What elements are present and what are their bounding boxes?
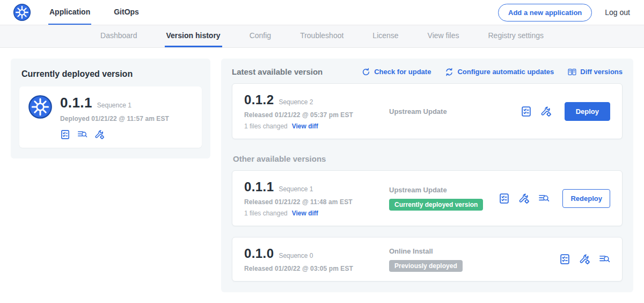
subtab-view-files-label: View files bbox=[428, 31, 459, 40]
deploy-logs-icon[interactable] bbox=[77, 129, 87, 140]
subtab-version-history[interactable]: Version history bbox=[165, 25, 222, 47]
deploy-logs-icon[interactable] bbox=[538, 193, 550, 204]
version-info: 0.1.1 Sequence 1 Released 01/21/22 @ 11:… bbox=[244, 179, 383, 217]
sequence-label: Sequence 2 bbox=[279, 98, 313, 106]
deployed-actions bbox=[60, 129, 169, 140]
released-timestamp: Released 01/21/22 @ 11:48 am EST bbox=[244, 198, 383, 206]
version-source-block: Upstream Update bbox=[383, 107, 521, 116]
version-row-latest: 0.1.2 Sequence 2 Released 01/21/22 @ 05:… bbox=[232, 83, 623, 139]
status-badge-previously-deployed: Previously deployed bbox=[389, 260, 463, 272]
subtab-license[interactable]: License bbox=[371, 25, 400, 47]
edit-config-icon[interactable] bbox=[579, 254, 590, 265]
version-info: 0.1.0 Sequence 0 Released 01/20/22 @ 03:… bbox=[244, 246, 383, 272]
version-line: 0.1.2 Sequence 2 bbox=[244, 92, 383, 107]
sequence-label: Sequence 1 bbox=[279, 185, 313, 193]
redeploy-button[interactable]: Redeploy bbox=[562, 189, 610, 208]
subtab-view-files[interactable]: View files bbox=[426, 25, 461, 47]
subtab-troubleshoot[interactable]: Troubleshoot bbox=[298, 25, 345, 47]
subtab-troubleshoot-label: Troubleshoot bbox=[300, 31, 343, 40]
files-changed-label: 1 files changed bbox=[244, 210, 288, 217]
deploy-button[interactable]: Deploy bbox=[565, 102, 610, 121]
deploy-logs-icon[interactable] bbox=[599, 254, 610, 265]
top-nav: Application GitOps bbox=[48, 0, 162, 25]
subtab-registry-settings-label: Registry settings bbox=[488, 31, 544, 40]
currently-deployed-panel: Currently deployed version 0.1.1 bbox=[11, 59, 210, 158]
logout-link[interactable]: Log out bbox=[605, 8, 630, 17]
configure-automatic-updates-label: Configure automatic updates bbox=[457, 68, 554, 76]
diff-versions-label: Diff versions bbox=[580, 68, 623, 76]
deployed-version-card: 0.1.1 Sequence 1 Deployed 01/21/22 @ 11:… bbox=[19, 86, 202, 148]
files-changed-line: 1 files changed View diff bbox=[244, 210, 383, 217]
deployed-sequence-label: Sequence 1 bbox=[97, 102, 131, 109]
preflight-checks-icon[interactable] bbox=[60, 129, 70, 140]
tab-gitops[interactable]: GitOps bbox=[113, 0, 140, 25]
configure-automatic-updates-link[interactable]: Configure automatic updates bbox=[445, 68, 554, 76]
version-source-block: Online Install Previously deployed bbox=[383, 247, 559, 272]
version-line: 0.1.1 Sequence 1 bbox=[244, 179, 383, 194]
version-row-deployed: 0.1.1 Sequence 1 Released 01/21/22 @ 11:… bbox=[232, 170, 623, 226]
version-number: 0.1.0 bbox=[244, 246, 274, 261]
deployed-timestamp: Deployed 01/21/22 @ 11:57 am EST bbox=[60, 115, 169, 122]
sequence-label: Sequence 0 bbox=[279, 252, 313, 259]
check-for-update-link[interactable]: Check for update bbox=[362, 68, 431, 76]
preflight-checks-icon[interactable] bbox=[559, 254, 570, 265]
version-header-actions: Check for update Configure automatic upd… bbox=[362, 68, 623, 76]
version-history-panel: Latest available version Check for updat… bbox=[221, 59, 633, 292]
subtab-dashboard[interactable]: Dashboard bbox=[99, 25, 139, 47]
version-row-previous: 0.1.0 Sequence 0 Released 01/20/22 @ 03:… bbox=[232, 237, 623, 282]
deployed-version-info: 0.1.1 Sequence 1 Deployed 01/21/22 @ 11:… bbox=[60, 95, 169, 140]
preflight-checks-icon[interactable] bbox=[521, 106, 532, 117]
deployed-panel-title: Currently deployed version bbox=[21, 69, 202, 79]
edit-config-icon[interactable] bbox=[518, 193, 530, 204]
tab-application-label: Application bbox=[49, 8, 90, 16]
subtab-license-label: License bbox=[372, 31, 398, 40]
version-source: Upstream Update bbox=[389, 107, 521, 116]
status-badge-currently-deployed: Currently deployed version bbox=[389, 199, 483, 211]
refresh-icon bbox=[362, 68, 370, 76]
subtab-config-label: Config bbox=[250, 31, 271, 40]
edit-config-icon[interactable] bbox=[94, 129, 105, 140]
subtab-version-history-label: Version history bbox=[166, 31, 221, 40]
kubernetes-logo bbox=[13, 3, 31, 21]
version-actions bbox=[559, 254, 610, 265]
files-changed-line: 1 files changed View diff bbox=[244, 122, 383, 130]
version-actions: Redeploy bbox=[499, 189, 610, 208]
version-source: Online Install bbox=[389, 247, 559, 255]
edit-config-icon[interactable] bbox=[540, 106, 552, 117]
subtab-dashboard-label: Dashboard bbox=[100, 31, 137, 40]
version-number: 0.1.2 bbox=[244, 92, 274, 107]
latest-available-title: Latest available version bbox=[232, 67, 323, 76]
main-content: Currently deployed version 0.1.1 bbox=[0, 48, 644, 303]
top-header: Application GitOps Add a new application… bbox=[0, 0, 644, 25]
tab-gitops-label: GitOps bbox=[114, 8, 139, 16]
version-line: 0.1.0 Sequence 0 bbox=[244, 246, 383, 261]
version-info: 0.1.2 Sequence 2 Released 01/21/22 @ 05:… bbox=[244, 92, 383, 130]
auto-update-icon bbox=[445, 68, 453, 76]
app-subnav: Dashboard Version history Config Trouble… bbox=[0, 25, 644, 48]
other-versions-title: Other available versions bbox=[233, 154, 623, 163]
released-timestamp: Released 01/21/22 @ 05:37 pm EST bbox=[244, 111, 383, 119]
diff-versions-link[interactable]: Diff versions bbox=[568, 68, 623, 76]
latest-version-header: Latest available version Check for updat… bbox=[232, 67, 623, 76]
app-logo bbox=[28, 95, 53, 119]
diff-icon bbox=[568, 68, 576, 76]
view-diff-link[interactable]: View diff bbox=[292, 122, 318, 130]
version-number: 0.1.1 bbox=[244, 179, 274, 194]
subtab-registry-settings[interactable]: Registry settings bbox=[487, 25, 545, 47]
released-timestamp: Released 01/20/22 @ 03:05 pm EST bbox=[244, 265, 383, 272]
view-diff-link[interactable]: View diff bbox=[292, 210, 318, 217]
subtab-config[interactable]: Config bbox=[248, 25, 273, 47]
tab-application[interactable]: Application bbox=[48, 0, 91, 25]
check-for-update-label: Check for update bbox=[374, 68, 431, 76]
preflight-checks-icon[interactable] bbox=[499, 193, 510, 204]
header-actions: Add a new application Log out bbox=[498, 4, 630, 21]
files-changed-label: 1 files changed bbox=[244, 122, 288, 130]
version-source-block: Upstream Update Currently deployed versi… bbox=[383, 186, 499, 211]
deployed-version-line: 0.1.1 Sequence 1 bbox=[60, 95, 169, 111]
version-source: Upstream Update bbox=[389, 186, 499, 194]
version-actions: Deploy bbox=[521, 102, 610, 121]
deployed-version-number: 0.1.1 bbox=[60, 95, 92, 111]
add-application-button[interactable]: Add a new application bbox=[498, 4, 592, 21]
